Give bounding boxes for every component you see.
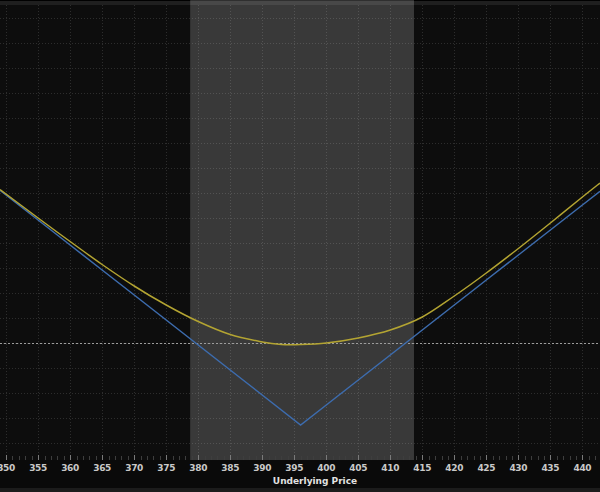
x-tick-label: 430 (503, 463, 533, 474)
breakeven-band (190, 0, 414, 462)
x-tick-label: 365 (87, 463, 117, 474)
x-tick-label: 390 (247, 463, 277, 474)
x-tick-label: 395 (279, 463, 309, 474)
x-tick-label: 375 (151, 463, 181, 474)
x-tick-label: 380 (183, 463, 213, 474)
x-tick-label: 405 (343, 463, 373, 474)
highlight-band (190, 0, 414, 462)
chart-bottom-bar (0, 488, 600, 492)
x-tick-label: 440 (567, 463, 597, 474)
x-tick-label: 350 (0, 463, 21, 474)
risk-profile-chart: 3503553603653703753803853903954004054104… (0, 0, 600, 492)
x-tick-label: 370 (119, 463, 149, 474)
x-tick-label: 435 (535, 463, 565, 474)
plot-area[interactable] (0, 0, 600, 492)
x-tick-label: 355 (23, 463, 53, 474)
x-tick-label: 360 (55, 463, 85, 474)
x-tick-label: 400 (311, 463, 341, 474)
x-tick-label: 420 (439, 463, 469, 474)
x-tick-label: 425 (471, 463, 501, 474)
x-tick-label: 415 (407, 463, 437, 474)
x-tick-label: 385 (215, 463, 245, 474)
x-axis-title: Underlying Price (215, 475, 415, 487)
x-tick-label: 410 (375, 463, 405, 474)
